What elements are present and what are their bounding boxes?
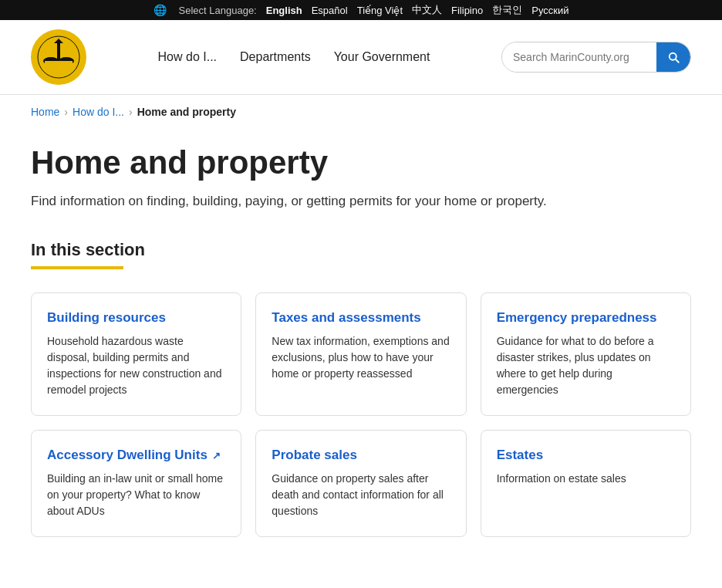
section-heading: In this section — [31, 240, 691, 260]
cards-grid: Building resources Household hazardous w… — [31, 292, 691, 537]
site-header: How do I... Departments Your Government — [0, 20, 722, 95]
card-estates-title: Estates — [497, 448, 675, 463]
search-input[interactable] — [502, 42, 656, 72]
page-subtitle: Find information on finding, building, p… — [31, 194, 691, 209]
search-box — [501, 42, 691, 73]
logo[interactable] — [31, 29, 86, 85]
svg-rect-6 — [45, 61, 73, 69]
breadcrumb-home[interactable]: Home — [31, 106, 59, 118]
card-taxes-assessments-desc: New tax information, exemptions and excl… — [272, 333, 450, 382]
language-bar: 🌐 Select Language: English Español Tiếng… — [0, 0, 722, 20]
card-estates[interactable]: Estates Information on estate sales — [481, 430, 691, 537]
logo-circle — [31, 29, 86, 85]
breadcrumb-sep-2: › — [129, 106, 133, 118]
lang-chinese[interactable]: 中文人 — [412, 3, 442, 17]
section-underline — [31, 266, 123, 269]
card-probate-sales[interactable]: Probate sales Guidance on property sales… — [255, 430, 466, 537]
card-taxes-assessments-title: Taxes and assessments — [272, 310, 450, 326]
breadcrumb: Home › How do I... › Home and property — [0, 95, 722, 129]
card-estates-desc: Information on estate sales — [497, 471, 675, 487]
card-accessory-dwelling[interactable]: Accessory Dwelling Units ↗ Building an i… — [31, 430, 241, 537]
logo-svg — [37, 35, 80, 79]
search-icon — [666, 50, 680, 64]
lang-espanol[interactable]: Español — [312, 5, 348, 16]
nav-your-government[interactable]: Your Government — [334, 50, 430, 64]
nav-how-do-i[interactable]: How do I... — [158, 50, 217, 64]
svg-rect-1 — [57, 42, 60, 59]
breadcrumb-sep-1: › — [64, 106, 68, 118]
select-language-label: Select Language: — [179, 5, 257, 16]
card-building-resources-title: Building resources — [47, 310, 225, 326]
card-probate-sales-title: Probate sales — [272, 448, 450, 463]
card-accessory-dwelling-desc: Building an in-law unit or small home on… — [47, 471, 225, 519]
lang-english[interactable]: English — [266, 5, 302, 16]
card-taxes-assessments[interactable]: Taxes and assessments New tax informatio… — [255, 292, 466, 416]
page-title: Home and property — [31, 144, 691, 181]
card-accessory-dwelling-title: Accessory Dwelling Units ↗ — [47, 448, 225, 463]
card-emergency-preparedness[interactable]: Emergency preparedness Guidance for what… — [481, 292, 691, 416]
card-emergency-preparedness-title: Emergency preparedness — [497, 310, 675, 326]
main-content: Home and property Find information on fi… — [0, 129, 722, 583]
card-emergency-preparedness-desc: Guidance for what to do before a disaste… — [497, 333, 675, 398]
card-building-resources-desc: Household hazardous waste disposal, buil… — [47, 333, 225, 398]
nav-departments[interactable]: Departments — [240, 50, 311, 64]
card-probate-sales-desc: Guidance on property sales after death a… — [272, 471, 450, 519]
search-button[interactable] — [656, 42, 690, 73]
lang-korean[interactable]: 한국인 — [492, 3, 522, 17]
card-building-resources[interactable]: Building resources Household hazardous w… — [31, 292, 241, 416]
breadcrumb-how-do-i[interactable]: How do I... — [73, 106, 124, 118]
globe-icon: 🌐 — [154, 4, 167, 16]
main-nav: How do I... Departments Your Government — [102, 50, 486, 64]
lang-filipino[interactable]: Filipino — [451, 5, 483, 16]
external-link-icon: ↗ — [212, 450, 221, 461]
breadcrumb-current: Home and property — [137, 106, 236, 118]
lang-russian[interactable]: Русский — [531, 5, 568, 16]
lang-vietnamese[interactable]: Tiếng Việt — [357, 5, 403, 16]
